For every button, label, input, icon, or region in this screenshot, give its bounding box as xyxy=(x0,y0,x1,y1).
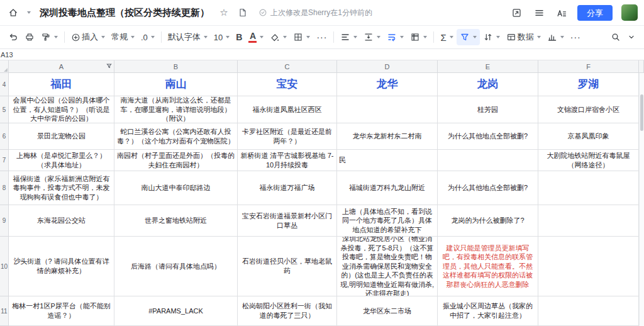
share-button[interactable]: 分享 xyxy=(577,5,613,21)
cell-C9[interactable]: 宝安石岩街道福景新村小区门口草丛 xyxy=(238,205,337,237)
cell-C4[interactable]: 宝安 xyxy=(238,73,337,96)
row-header-11[interactable]: 11 xyxy=(0,296,9,326)
cell-C11[interactable]: 松岗朝阳小区胜利一街（我知道的毒死了三只） xyxy=(238,296,337,326)
freeze-button[interactable] xyxy=(407,29,430,45)
cell-C6[interactable]: 卡罗社区附近（是最近还是前两年？） xyxy=(238,123,337,150)
chart-caret-icon[interactable] xyxy=(560,36,564,38)
more-format-button[interactable]: ··· xyxy=(313,29,330,45)
menu-icon[interactable] xyxy=(532,4,546,21)
user-avatar[interactable] xyxy=(621,4,638,21)
vertical-scrollbar[interactable] xyxy=(639,73,644,326)
borders-caret-icon[interactable] xyxy=(306,36,310,38)
cell-D6[interactable]: 龙华东龙新村东二村南 xyxy=(337,123,438,150)
row-header-10[interactable]: 10 xyxy=(0,237,9,296)
cell-C8[interactable]: 福永街道万福广场 xyxy=(238,171,337,205)
text-wrap-button[interactable] xyxy=(384,29,407,45)
sum-button[interactable]: Σ xyxy=(437,29,456,45)
cell-E7[interactable] xyxy=(438,150,538,171)
sort-button[interactable] xyxy=(480,29,503,45)
cell-F7[interactable]: 大剧院地铁站附近有毒鼠屋（网络途径） xyxy=(538,150,639,171)
document-title[interactable]: 深圳投毒地点整理（按区分类持续更新） xyxy=(40,7,209,19)
freeze-caret-icon[interactable] xyxy=(423,36,427,38)
cell-C7[interactable]: 新桥街道 清平古城影视基地 7-10月持续投毒 xyxy=(238,150,337,171)
row-header-4[interactable]: 4 xyxy=(0,73,9,96)
move-document-icon[interactable] xyxy=(236,4,250,21)
display-settings-icon[interactable] xyxy=(555,4,569,21)
cell-D5[interactable] xyxy=(337,96,438,123)
cell-C5[interactable]: 福永街道凤凰社区西区 xyxy=(238,96,337,123)
decimal-caret-icon[interactable] xyxy=(151,36,155,38)
scrollbar-thumb[interactable] xyxy=(640,94,643,131)
cell-A8[interactable]: 福保街道（家乐福新洲店附近有毒狗事件，投毒方式不明，未发现狗狗有误食但也中毒了） xyxy=(9,171,114,205)
fill-color-button[interactable] xyxy=(267,29,290,45)
chart-button[interactable] xyxy=(544,29,567,45)
vertical-align-caret-icon[interactable] xyxy=(377,36,380,38)
format-painter-button[interactable] xyxy=(38,29,61,45)
data-caret-icon[interactable] xyxy=(537,36,541,38)
cell-E9[interactable]: 龙岗的为什么被删除了? xyxy=(438,205,538,237)
undo-button[interactable] xyxy=(5,29,21,45)
home-caret-icon[interactable] xyxy=(27,11,31,14)
filter-caret-icon[interactable] xyxy=(473,36,477,38)
cell-B6[interactable]: 蛇口兰溪谷公寓（公寓内还敢有人投毒？）（这个地方对面有个宠物医院） xyxy=(114,123,238,150)
horizontal-align-caret-icon[interactable] xyxy=(353,36,357,38)
fill-color-caret-icon[interactable] xyxy=(283,36,287,38)
cell-F9[interactable] xyxy=(538,205,639,237)
cell-E10[interactable]: 建议只能是管理员更新填写吧，有投毒相关信息的联系管理员，其他人只能查看。不然这样… xyxy=(438,237,538,296)
horizontal-align-button[interactable] xyxy=(337,29,360,45)
number-format-caret-icon[interactable] xyxy=(131,36,135,38)
cell-B8[interactable]: 南山大道中泰印邸路边 xyxy=(114,171,238,205)
cell-B10[interactable]: 后海路（请问有具体地点吗） xyxy=(114,237,238,296)
cell-D9[interactable]: 上塘（具体地点不知，看到说同一个地方毒死了几条）具体地点知道的希望补充下 xyxy=(337,205,438,237)
font-family-caret-icon[interactable] xyxy=(204,36,208,38)
font-size-button[interactable]: 10 xyxy=(211,29,233,45)
cell-B9[interactable]: 世界之窗地铁站附近 xyxy=(114,205,238,237)
col-header-E[interactable]: E xyxy=(438,60,538,73)
col-header-partial[interactable] xyxy=(639,60,644,73)
cell-E6[interactable]: 为什么其他地点全部被删? xyxy=(438,123,538,150)
col-header-B[interactable]: B xyxy=(114,60,238,73)
cell-F11[interactable] xyxy=(538,296,639,326)
borders-button[interactable] xyxy=(290,29,313,45)
data-button[interactable]: 数据 xyxy=(503,29,544,45)
cell-E5[interactable]: 桂芳园 xyxy=(438,96,538,123)
text-wrap-caret-icon[interactable] xyxy=(400,36,404,38)
col-header-C[interactable]: C xyxy=(238,60,337,73)
cell-F10[interactable] xyxy=(538,237,639,296)
home-icon[interactable] xyxy=(6,4,20,21)
col-header-D[interactable]: D xyxy=(337,60,438,73)
cell-A7[interactable]: 上梅林（是卓悦汇那里么？）（求具体地址） xyxy=(9,150,114,171)
decimal-places-button[interactable]: .0 xyxy=(138,29,158,45)
cell-B5[interactable]: 南海大道（从南到北这么长，还都是车，在哪里遛狗，请详细说明地段）（附议） xyxy=(114,96,238,123)
select-all-corner[interactable] xyxy=(0,60,9,73)
cell-A5[interactable]: 会展中心公园（公园的具体哪个位置，有人知道吗？）（听说是大中华背后的公园） xyxy=(9,96,114,123)
row-header-7[interactable]: 7 xyxy=(0,150,9,171)
favorite-star-icon[interactable]: ☆ xyxy=(217,4,231,21)
sum-caret-icon[interactable] xyxy=(450,36,453,38)
cell-B4[interactable]: 南山 xyxy=(114,73,238,96)
vertical-align-button[interactable] xyxy=(360,29,384,45)
insert-caret-icon[interactable] xyxy=(101,36,105,38)
print-button[interactable] xyxy=(21,29,38,45)
cell-A10[interactable]: 沙头街道（? 请问具体位置有详情的麻烦补充） xyxy=(9,237,114,296)
font-color-caret-icon[interactable] xyxy=(260,36,264,38)
export-icon[interactable] xyxy=(509,4,523,21)
insert-button[interactable]: 插入 xyxy=(68,29,108,45)
cell-F4[interactable]: 罗湖 xyxy=(538,73,639,96)
row-header-5[interactable]: 5 xyxy=(0,96,9,123)
cell-F5[interactable]: 文锦渡口岸宿舍小区 xyxy=(538,96,639,123)
name-box[interactable]: A13 xyxy=(1,51,13,59)
cell-D7[interactable]: 民 xyxy=(337,150,438,171)
more-tools-button[interactable]: ··· xyxy=(567,29,584,45)
row-header-8[interactable]: 8 xyxy=(0,171,9,205)
row-header-9[interactable]: 9 xyxy=(0,205,9,237)
cell-E11[interactable]: 振业城小区周边草丛（我家的中招了，大家引起注意） xyxy=(438,296,538,326)
cell-A9[interactable]: 东海花园公交站 xyxy=(9,205,114,237)
cell-F8[interactable] xyxy=(538,171,639,205)
number-format-button[interactable]: 常规 xyxy=(108,29,138,45)
col-header-A[interactable]: A xyxy=(9,60,114,73)
bold-button[interactable]: B xyxy=(233,29,245,45)
col-header-F[interactable]: F xyxy=(538,60,639,73)
cell-A4[interactable]: 福田 xyxy=(9,73,114,96)
format-painter-caret-icon[interactable] xyxy=(54,36,58,38)
